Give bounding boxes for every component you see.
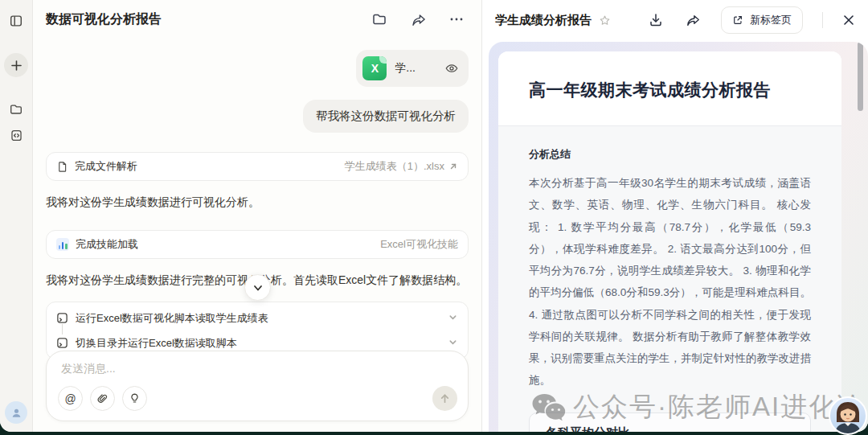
message-input[interactable] <box>61 362 453 375</box>
send-button[interactable] <box>432 386 457 411</box>
chevron-down-icon[interactable] <box>448 337 458 350</box>
new-tab-button[interactable]: 新标签页 <box>721 6 803 34</box>
document-icon <box>56 161 68 173</box>
report-title-section: 高一年级期末考试成绩分析报告 <box>498 51 841 126</box>
chat-panel: 数据可视化分析报告 <box>33 0 482 432</box>
sidebar-toggle-icon[interactable] <box>5 10 27 32</box>
user-avatar[interactable] <box>5 401 27 424</box>
message-composer: @ <box>46 351 469 421</box>
preview-title: 学生成绩分析报告 <box>495 13 592 28</box>
task-label: 切换目录并运行Excel数据读取脚本 <box>76 336 237 351</box>
report-content: 分析总结 本次分析基于高一年级30名学生的期末考试成绩，涵盖语文、数学、英语、物… <box>498 126 841 432</box>
folder-icon[interactable] <box>371 10 388 28</box>
terminal-icon <box>56 337 68 349</box>
lightbulb-icon <box>129 392 141 404</box>
preview-eye-icon[interactable] <box>444 61 459 76</box>
mention-button[interactable]: @ <box>58 386 83 411</box>
scrollbar-thumb[interactable] <box>858 42 863 111</box>
share-icon[interactable] <box>684 11 702 29</box>
files-icon[interactable] <box>5 98 27 121</box>
report-viewport: 高一年级期末考试成绩分析报告 分析总结 本次分析基于高一年级30名学生的期末考试… <box>489 42 868 432</box>
attach-button[interactable] <box>90 386 115 411</box>
paperclip-icon <box>96 392 108 404</box>
chat-title: 数据可视化分析报告 <box>46 11 162 28</box>
star-icon[interactable] <box>599 14 611 27</box>
new-tab-label: 新标签页 <box>750 13 792 27</box>
app-window: 数据可视化分析报告 <box>0 0 868 432</box>
more-options-icon[interactable] <box>448 10 465 28</box>
task-connector-line <box>62 324 63 334</box>
report-title: 高一年级期末考试成绩分析报告 <box>529 79 811 101</box>
code-file-icon[interactable] <box>5 124 27 146</box>
download-icon[interactable] <box>647 11 665 29</box>
attachment-name: 学... <box>395 61 416 76</box>
chart-card-title: 各科平均分对比 <box>546 425 794 432</box>
chart-summary-card: 各科平均分对比 展示六门科目的平均成绩，数学平均分最高（78.7分），化学最低（… <box>529 412 811 432</box>
skill-name: Excel可视化技能 <box>380 237 458 252</box>
chart-skill-icon <box>56 238 69 251</box>
preview-header: 学生成绩分析报告 <box>482 0 868 40</box>
preview-panel: 学生成绩分析报告 <box>482 0 868 432</box>
share-icon[interactable] <box>409 10 427 28</box>
chat-messages: X 学... 帮我将这份数据可视化分析 <box>33 39 481 351</box>
report-document: 高一年级期末考试成绩分析报告 分析总结 本次分析基于高一年级30名学生的期末考试… <box>498 51 841 432</box>
assistant-message: 我将对这份学生成绩数据进行可视化分析。 <box>46 194 469 211</box>
attachment-chip[interactable]: X 学... <box>356 50 469 87</box>
task-label: 运行Excel数据可视化脚本读取学生成绩表 <box>76 311 268 326</box>
open-link-icon[interactable] <box>448 162 458 171</box>
step-file-name: 学生成绩表（1）.xlsx <box>345 159 444 174</box>
summary-heading: 分析总结 <box>529 147 811 162</box>
chat-header: 数据可视化分析报告 <box>33 0 481 39</box>
header-divider <box>822 12 823 28</box>
scroll-to-bottom-button[interactable] <box>244 274 271 301</box>
new-chat-button[interactable] <box>4 53 28 77</box>
chevron-down-icon[interactable] <box>448 312 458 325</box>
task-item[interactable]: 运行Excel数据可视化脚本读取学生成绩表 <box>56 306 458 330</box>
author-avatar-photo <box>829 396 867 435</box>
user-message: 帮我将这份数据可视化分析 <box>303 100 469 133</box>
step-label: 完成文件解析 <box>75 159 137 174</box>
terminal-icon <box>56 312 68 324</box>
left-rail <box>0 0 33 432</box>
arrow-up-icon <box>439 392 451 404</box>
excel-file-icon: X <box>362 56 387 80</box>
external-link-icon <box>732 14 743 26</box>
summary-text: 本次分析基于高一年级30名学生的期末考试成绩，涵盖语文、数学、英语、物理、化学、… <box>529 172 811 392</box>
step-skill-loaded[interactable]: 完成技能加载 Excel可视化技能 <box>46 230 469 259</box>
step-label: 完成技能加载 <box>76 237 138 252</box>
close-icon[interactable] <box>842 14 855 27</box>
idea-button[interactable] <box>122 386 147 411</box>
step-file-parsed[interactable]: 完成文件解析 学生成绩表（1）.xlsx <box>46 152 469 181</box>
